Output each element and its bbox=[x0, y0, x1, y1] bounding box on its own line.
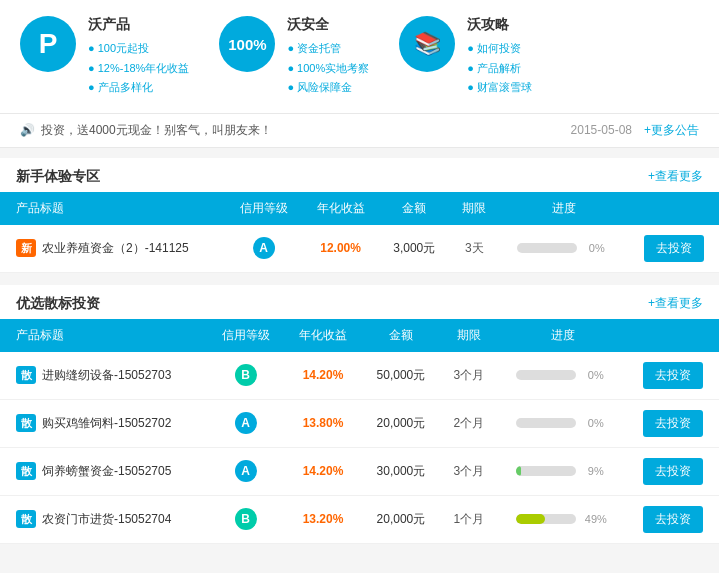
table-row: 散 饲养螃蟹资金-15052705 A 14.20% 30,000元 3个月 bbox=[0, 447, 719, 495]
sth-period: 期限 bbox=[440, 319, 498, 352]
progress-bar-outer bbox=[516, 418, 576, 428]
cell-action[interactable]: 去投资 bbox=[628, 225, 719, 273]
cell-action[interactable]: 去投资 bbox=[628, 352, 719, 400]
th-period: 期限 bbox=[449, 192, 499, 225]
progress-bar-outer bbox=[517, 243, 577, 253]
table-row: 散 农资门市进货-15052704 B 13.20% 20,000元 1个月 bbox=[0, 495, 719, 543]
period-value: 3个月 bbox=[454, 464, 485, 478]
cell-product-name: 散 进购缝纫设备-15052703 bbox=[0, 352, 207, 400]
progress-pct: 9% bbox=[582, 465, 610, 477]
progress-bar-inner bbox=[516, 466, 521, 476]
th-product: 产品标题 bbox=[0, 192, 225, 225]
cell-action[interactable]: 去投资 bbox=[628, 399, 719, 447]
strategy-feat1: 如何投资 bbox=[467, 40, 532, 58]
period-value: 1个月 bbox=[454, 512, 485, 526]
product-label: 饲养螃蟹资金-15052705 bbox=[42, 463, 171, 480]
invest-button[interactable]: 去投资 bbox=[643, 362, 703, 389]
novice-more-link[interactable]: +查看更多 bbox=[648, 168, 703, 185]
rate-value: 14.20% bbox=[303, 368, 344, 382]
novice-title: 新手体验专区 bbox=[16, 168, 100, 186]
cell-period: 2个月 bbox=[440, 399, 498, 447]
product-badge: 散 bbox=[16, 462, 36, 480]
cell-action[interactable]: 去投资 bbox=[628, 495, 719, 543]
progress-bar-outer bbox=[516, 370, 576, 380]
cell-action[interactable]: 去投资 bbox=[628, 447, 719, 495]
amount-value: 30,000元 bbox=[377, 464, 426, 478]
banner-item-product: P 沃产品 100元起投 12%-18%年化收益 产品多样化 bbox=[20, 16, 189, 97]
scatter-more-link[interactable]: +查看更多 bbox=[648, 295, 703, 312]
product-label: 购买鸡雏饲料-15052702 bbox=[42, 415, 171, 432]
notice-icon: 🔊 bbox=[20, 123, 35, 137]
cell-rate: 14.20% bbox=[284, 352, 362, 400]
cell-progress: 0% bbox=[499, 225, 628, 273]
amount-value: 20,000元 bbox=[377, 416, 426, 430]
strategy-title: 沃攻略 bbox=[467, 16, 532, 34]
cell-progress: 9% bbox=[498, 447, 628, 495]
security-feat1: 资金托管 bbox=[287, 40, 369, 58]
strategy-text: 沃攻略 如何投资 产品解析 财富滚雪球 bbox=[467, 16, 532, 97]
notice-bar: 🔊 投资，送4000元现金！别客气，叫朋友来！ 2015-05-08 +更多公告 bbox=[0, 114, 719, 148]
progress-bar-inner bbox=[516, 514, 545, 524]
cell-product-name: 散 购买鸡雏饲料-15052702 bbox=[0, 399, 207, 447]
invest-button[interactable]: 去投资 bbox=[643, 410, 703, 437]
banner-item-strategy: 📚 沃攻略 如何投资 产品解析 财富滚雪球 bbox=[399, 16, 532, 97]
cell-period: 3个月 bbox=[440, 447, 498, 495]
notice-more-link[interactable]: +更多公告 bbox=[644, 122, 699, 139]
product-feat3: 产品多样化 bbox=[88, 79, 189, 97]
security-feat3: 风险保障金 bbox=[287, 79, 369, 97]
product-label: 农业养殖资金（2）-141125 bbox=[42, 240, 189, 257]
credit-badge: A bbox=[235, 460, 257, 482]
cell-rate: 12.00% bbox=[302, 225, 379, 273]
cell-rate: 13.80% bbox=[284, 399, 362, 447]
invest-button[interactable]: 去投资 bbox=[644, 235, 704, 262]
rate-value: 12.00% bbox=[320, 241, 361, 255]
strategy-feat2: 产品解析 bbox=[467, 60, 532, 78]
table-row: 散 进购缝纫设备-15052703 B 14.20% 50,000元 3个月 bbox=[0, 352, 719, 400]
scatter-header: 优选散标投资 +查看更多 bbox=[0, 285, 719, 319]
cell-progress: 0% bbox=[498, 352, 628, 400]
banner-item-security: 100% 沃安全 资金托管 100%实地考察 风险保障金 bbox=[219, 16, 369, 97]
th-rate: 年化收益 bbox=[302, 192, 379, 225]
cell-credit: B bbox=[207, 495, 285, 543]
progress-pct: 0% bbox=[582, 369, 610, 381]
novice-table: 产品标题 信用等级 年化收益 金额 期限 进度 新 农业养殖资金（2）-1411… bbox=[0, 192, 719, 273]
credit-badge: A bbox=[235, 412, 257, 434]
period-value: 3个月 bbox=[454, 368, 485, 382]
invest-button[interactable]: 去投资 bbox=[643, 506, 703, 533]
cell-period: 1个月 bbox=[440, 495, 498, 543]
security-icon: 100% bbox=[219, 16, 275, 72]
product-badge: 散 bbox=[16, 366, 36, 384]
product-badge: 散 bbox=[16, 414, 36, 432]
cell-amount: 20,000元 bbox=[362, 399, 440, 447]
cell-amount: 20,000元 bbox=[362, 495, 440, 543]
product-icon: P bbox=[20, 16, 76, 72]
cell-rate: 13.20% bbox=[284, 495, 362, 543]
progress-bar-outer bbox=[516, 466, 576, 476]
product-label: 进购缝纫设备-15052703 bbox=[42, 367, 171, 384]
amount-value: 50,000元 bbox=[377, 368, 426, 382]
cell-product-name: 新 农业养殖资金（2）-141125 bbox=[0, 225, 225, 273]
sth-progress: 进度 bbox=[498, 319, 628, 352]
sth-product: 产品标题 bbox=[0, 319, 207, 352]
cell-credit: B bbox=[207, 352, 285, 400]
scatter-title: 优选散标投资 bbox=[16, 295, 100, 313]
rate-value: 13.20% bbox=[303, 512, 344, 526]
scatter-table: 产品标题 信用等级 年化收益 金额 期限 进度 散 进购缝纫设备-1505270… bbox=[0, 319, 719, 544]
th-credit: 信用等级 bbox=[225, 192, 302, 225]
cell-credit: A bbox=[207, 447, 285, 495]
notice-date: 2015-05-08 bbox=[571, 123, 632, 137]
rate-value: 14.20% bbox=[303, 464, 344, 478]
cell-credit: A bbox=[207, 399, 285, 447]
cell-credit: A bbox=[225, 225, 302, 273]
strategy-feat3: 财富滚雪球 bbox=[467, 79, 532, 97]
strategy-icon: 📚 bbox=[399, 16, 455, 72]
invest-button[interactable]: 去投资 bbox=[643, 458, 703, 485]
notice-text: 投资，送4000元现金！别客气，叫朋友来！ bbox=[41, 122, 559, 139]
period-value: 2个月 bbox=[454, 416, 485, 430]
table-row: 新 农业养殖资金（2）-141125 A 12.00% 3,000元 3天 bbox=[0, 225, 719, 273]
product-label: 农资门市进货-15052704 bbox=[42, 511, 171, 528]
cell-amount: 50,000元 bbox=[362, 352, 440, 400]
sth-credit: 信用等级 bbox=[207, 319, 285, 352]
amount-value: 20,000元 bbox=[377, 512, 426, 526]
progress-pct: 0% bbox=[582, 417, 610, 429]
